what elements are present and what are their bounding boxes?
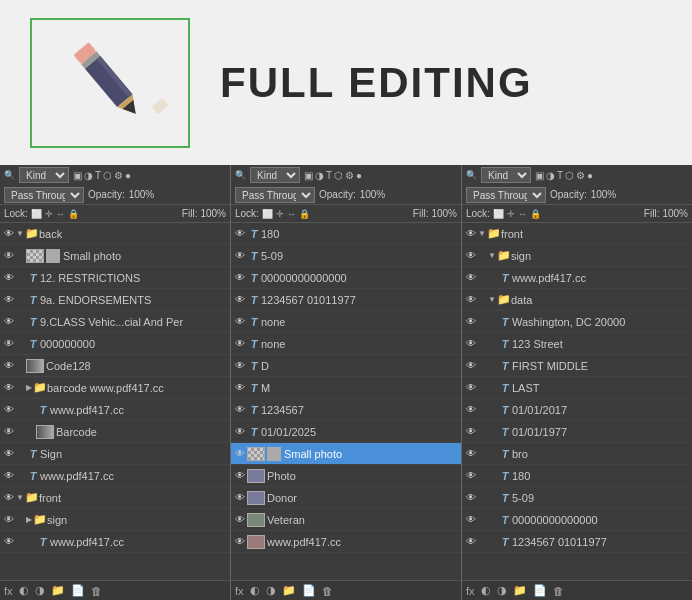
- layer-zeros-right[interactable]: 👁 T 00000000000000: [462, 509, 692, 531]
- layer-sign-group-right[interactable]: 👁 ▼ 📁 sign: [462, 245, 692, 267]
- collapse-arrow[interactable]: ▼: [488, 251, 496, 260]
- adjustment-icon[interactable]: ◑: [35, 584, 45, 597]
- collapse-arrow[interactable]: ▼: [488, 295, 496, 304]
- shape-icon-left[interactable]: ⬡: [103, 170, 112, 181]
- eye-icon[interactable]: 👁: [2, 381, 16, 395]
- lock-icon2-mid[interactable]: ✛: [276, 209, 284, 219]
- layer-www-sign-right[interactable]: 👁 T www.pdf417.cc: [462, 267, 692, 289]
- dot-icon-mid[interactable]: ●: [356, 170, 362, 181]
- layer-data-group-right[interactable]: 👁 ▼ 📁 data: [462, 289, 692, 311]
- eye-icon[interactable]: 👁: [2, 249, 16, 263]
- new-layer-icon[interactable]: 📄: [302, 584, 316, 597]
- eye-icon[interactable]: 👁: [233, 249, 247, 263]
- layer-back-group[interactable]: 👁 ▼ 📁 back: [0, 223, 230, 245]
- eye-icon[interactable]: 👁: [233, 535, 247, 549]
- lock-icon3-mid[interactable]: ↔: [287, 209, 296, 219]
- layer-restrictions[interactable]: 👁 T 12. RESTRICTIONS: [0, 267, 230, 289]
- text-icon-mid[interactable]: T: [326, 170, 332, 181]
- eye-icon[interactable]: 👁: [464, 425, 478, 439]
- layer-www2[interactable]: 👁 T www.pdf417.cc: [0, 465, 230, 487]
- smart-icon-right[interactable]: ⚙: [576, 170, 585, 181]
- lock-icon1-mid[interactable]: ⬜: [262, 209, 273, 219]
- collapse-arrow[interactable]: ▼: [16, 229, 24, 238]
- eye-icon[interactable]: 👁: [2, 337, 16, 351]
- lock-icon2-left[interactable]: ✛: [45, 209, 53, 219]
- pixel-icon-mid[interactable]: ▣: [304, 170, 313, 181]
- trash-icon[interactable]: 🗑: [91, 585, 102, 597]
- folder-new-icon[interactable]: 📁: [513, 584, 527, 597]
- layer-zeros[interactable]: 👁 T 000000000: [0, 333, 230, 355]
- eye-icon[interactable]: 👁: [2, 425, 16, 439]
- layer-180-mid[interactable]: 👁 T 180: [231, 223, 461, 245]
- adjust-icon-mid[interactable]: ◑: [315, 170, 324, 181]
- kind-dropdown-mid[interactable]: Kind: [250, 167, 300, 183]
- collapse-arrow[interactable]: ▼: [16, 493, 24, 502]
- eye-icon[interactable]: 👁: [464, 535, 478, 549]
- eye-icon[interactable]: 👁: [464, 491, 478, 505]
- lock-icon2-right[interactable]: ✛: [507, 209, 515, 219]
- lock-icon4-mid[interactable]: 🔒: [299, 209, 310, 219]
- eye-icon[interactable]: 👁: [2, 535, 16, 549]
- eye-icon[interactable]: 👁: [464, 513, 478, 527]
- layer-date1977[interactable]: 👁 T 01/01/1977: [462, 421, 692, 443]
- layer-barcode-group[interactable]: 👁 ▶ 📁 barcode www.pdf417.cc: [0, 377, 230, 399]
- pixel-icon-right[interactable]: ▣: [535, 170, 544, 181]
- eye-icon[interactable]: 👁: [464, 293, 478, 307]
- collapse-arrow[interactable]: ▶: [26, 383, 32, 392]
- layer-front-group-right[interactable]: 👁 ▼ 📁 front: [462, 223, 692, 245]
- layer-180-right[interactable]: 👁 T 180: [462, 465, 692, 487]
- eye-icon[interactable]: 👁: [464, 227, 478, 241]
- layer-veteran-mid[interactable]: 👁 Veteran: [231, 509, 461, 531]
- pass-through-dropdown-left[interactable]: Pass Through: [4, 187, 84, 203]
- add-mask-icon[interactable]: ◐: [250, 584, 260, 597]
- layer-code128[interactable]: 👁 Code128: [0, 355, 230, 377]
- layer-barcode-img[interactable]: 👁 Barcode: [0, 421, 230, 443]
- eye-icon[interactable]: 👁: [233, 293, 247, 307]
- eye-icon[interactable]: 👁: [233, 381, 247, 395]
- new-layer-icon[interactable]: 📄: [533, 584, 547, 597]
- eye-icon[interactable]: 👁: [2, 469, 16, 483]
- eye-icon[interactable]: 👁: [233, 271, 247, 285]
- kind-dropdown-right[interactable]: Kind: [481, 167, 531, 183]
- eye-icon[interactable]: 👁: [233, 469, 247, 483]
- eye-icon[interactable]: 👁: [2, 513, 16, 527]
- layer-washington[interactable]: 👁 T Washington, DC 20000: [462, 311, 692, 333]
- eye-icon[interactable]: 👁: [233, 359, 247, 373]
- eye-icon[interactable]: 👁: [2, 491, 16, 505]
- eye-icon[interactable]: 👁: [2, 359, 16, 373]
- folder-new-icon[interactable]: 📁: [282, 584, 296, 597]
- pass-through-dropdown-mid[interactable]: Pass Through: [235, 187, 315, 203]
- layer-509-mid[interactable]: 👁 T 5-09: [231, 245, 461, 267]
- layer-m-mid[interactable]: 👁 T M: [231, 377, 461, 399]
- folder-new-icon[interactable]: 📁: [51, 584, 65, 597]
- eye-icon[interactable]: 👁: [464, 271, 478, 285]
- layer-www-mid[interactable]: 👁 www.pdf417.cc: [231, 531, 461, 553]
- layer-date-mid[interactable]: 👁 T 01/01/2025: [231, 421, 461, 443]
- shape-icon-mid[interactable]: ⬡: [334, 170, 343, 181]
- layer-zeros-mid[interactable]: 👁 T 00000000000000: [231, 267, 461, 289]
- add-mask-icon[interactable]: ◐: [481, 584, 491, 597]
- eye-icon[interactable]: 👁: [464, 469, 478, 483]
- layer-donor-mid[interactable]: 👁 Donor: [231, 487, 461, 509]
- layer-509-right[interactable]: 👁 T 5-09: [462, 487, 692, 509]
- dot-icon-left[interactable]: ●: [125, 170, 131, 181]
- adjust-icon-left[interactable]: ◑: [84, 170, 93, 181]
- eye-icon[interactable]: 👁: [2, 315, 16, 329]
- eye-icon[interactable]: 👁: [464, 403, 478, 417]
- eye-icon[interactable]: 👁: [233, 447, 247, 461]
- layer-www3-left[interactable]: 👁 T www.pdf417.cc: [0, 531, 230, 553]
- eye-icon[interactable]: 👁: [233, 425, 247, 439]
- layer-class[interactable]: 👁 T 9.CLASS Vehic...cial And Per: [0, 311, 230, 333]
- layer-1234567-mid[interactable]: 👁 T 1234567 01011977: [231, 289, 461, 311]
- kind-dropdown-left[interactable]: Kind: [19, 167, 69, 183]
- layer-none2-mid[interactable]: 👁 T none: [231, 333, 461, 355]
- eye-icon[interactable]: 👁: [233, 403, 247, 417]
- smart-icon-mid[interactable]: ⚙: [345, 170, 354, 181]
- eye-icon[interactable]: 👁: [2, 403, 16, 417]
- layer-small-photo-mid[interactable]: 👁 Small photo: [231, 443, 461, 465]
- layer-last[interactable]: 👁 T LAST: [462, 377, 692, 399]
- adjustment-icon[interactable]: ◑: [266, 584, 276, 597]
- trash-icon[interactable]: 🗑: [553, 585, 564, 597]
- eye-icon[interactable]: 👁: [2, 447, 16, 461]
- lock-icon4-right[interactable]: 🔒: [530, 209, 541, 219]
